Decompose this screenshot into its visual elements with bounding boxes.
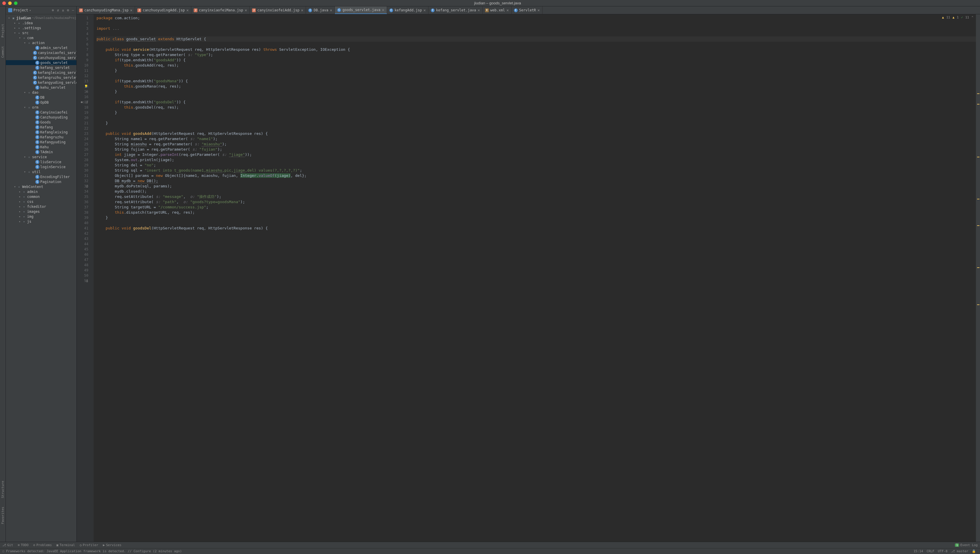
close-tab-icon[interactable]: × (330, 8, 332, 13)
close-tab-icon[interactable]: × (506, 8, 509, 13)
collapse-all-icon[interactable]: ⇊ (62, 8, 64, 12)
editor-tab[interactable]: Ckefang_servlet.java× (428, 6, 483, 14)
expand-all-icon[interactable]: ⇵ (57, 8, 59, 12)
editor-tab[interactable]: CkefangAdd.jsp× (387, 6, 428, 14)
project-tool-button[interactable]: Project (1, 24, 5, 37)
tree-item[interactable]: ▾▫orm (6, 105, 76, 110)
structure-tool-button[interactable]: Structure (1, 481, 5, 498)
tree-item[interactable]: ▾▸WebContent (6, 184, 76, 189)
tree-root[interactable]: ▾ ▣ jiudian ~/Downloads/mudaimaProj (6, 16, 76, 21)
tree-item[interactable]: Ckefang_servlet (6, 65, 76, 70)
problems-tool-button[interactable]: ⊘Problems (33, 543, 52, 547)
editor-tab[interactable]: Cgoods_servlet.java× (335, 6, 387, 14)
editor-tab[interactable]: JcanyinxiaofeiMana.jsp× (191, 6, 250, 14)
lock-icon[interactable]: 🔒 (970, 549, 978, 553)
tree-item[interactable]: Ccanyinxiaofei_servlet (6, 50, 76, 55)
tree-item[interactable]: ▸▸.idea (6, 21, 76, 26)
tree-item[interactable]: CKefangruzhu (6, 134, 76, 139)
editor-tab[interactable]: JcanzhuoyudingMana.jsp× (77, 6, 135, 14)
traffic-lights (2, 2, 18, 5)
services-tool-button[interactable]: ▶Services (103, 543, 122, 547)
close-tab-icon[interactable]: × (423, 8, 426, 13)
tree-item[interactable]: CliuService (6, 160, 76, 164)
tree-item[interactable]: ▾▫util (6, 169, 76, 174)
tree-item[interactable]: ▾▫com (6, 35, 76, 40)
tree-item[interactable]: Cadmin_servlet (6, 45, 76, 50)
tree-item[interactable]: CCanyinxiaofei (6, 110, 76, 115)
minimize-icon[interactable] (8, 2, 12, 5)
tree-item[interactable]: Ckefangyuding_servlet (6, 80, 76, 85)
close-tab-icon[interactable]: × (301, 8, 303, 13)
tab-label: canzhuoyudingMana.jsp (84, 8, 129, 12)
close-tab-icon[interactable]: × (382, 8, 384, 12)
tree-item[interactable]: ▸▸css (6, 199, 76, 204)
editor-tab[interactable]: CServletR× (512, 6, 542, 14)
tree-item[interactable]: CGoods (6, 120, 76, 125)
close-tab-icon[interactable]: × (186, 8, 189, 13)
status-icon[interactable]: ☐ (2, 549, 5, 553)
tree-item[interactable]: Ckefangruzhu_servlet (6, 75, 76, 80)
editor-tab[interactable]: Xweb.xml× (483, 6, 512, 14)
tree-item[interactable]: CloginService (6, 164, 76, 169)
git-branch[interactable]: ⎇ master (950, 549, 970, 553)
tree-item[interactable]: ▸▸common (6, 194, 76, 199)
project-tree[interactable]: ▾ ▣ jiudian ~/Downloads/mudaimaProj ▸▸.i… (6, 14, 76, 542)
tree-item[interactable]: ▸▸images (6, 209, 76, 214)
select-opened-icon[interactable]: ⊕ (52, 8, 54, 12)
tree-item[interactable]: ▸▸admin (6, 189, 76, 194)
tree-item[interactable]: Ccanzhuoyuding_servlet (6, 55, 76, 60)
tree-item[interactable]: CTAdmin (6, 149, 76, 155)
code-editor[interactable]: 1234567891011121314💡15▸1617●○ @181920212… (77, 14, 980, 542)
tree-item[interactable]: CKefang (6, 125, 76, 129)
tree-item[interactable]: ▸▸js (6, 219, 76, 224)
java-file-icon: C (390, 8, 393, 12)
commit-tool-button[interactable]: Commit (1, 46, 5, 58)
tree-item[interactable]: ▾▫service (6, 155, 76, 160)
tree-item[interactable]: ▸▸.settings (6, 26, 76, 30)
tree-item[interactable]: COpDB (6, 100, 76, 105)
tree-item[interactable]: ▾▫action (6, 40, 76, 45)
hide-icon[interactable]: — (72, 8, 74, 12)
todo-tool-button[interactable]: ≡TODO (18, 543, 29, 547)
terminal-tool-button[interactable]: ▣Terminal (57, 543, 75, 547)
services-icon: ▶ (103, 543, 105, 547)
java-file-icon: C (514, 8, 518, 12)
close-tab-icon[interactable]: × (245, 8, 247, 13)
error-stripe[interactable] (976, 14, 980, 542)
event-log-button[interactable]: 1 Event Log (955, 543, 978, 547)
tab-label: canyinxiaofeiAdd.jsp (257, 8, 299, 12)
encoding[interactable]: UTF-8 (936, 549, 950, 553)
close-tab-icon[interactable]: × (477, 8, 480, 13)
code-content[interactable]: package com.action; import ... public cl… (94, 14, 976, 542)
tree-item[interactable]: ▾▸src (6, 30, 76, 35)
editor-tab[interactable]: JcanzhuoyudingAdd.jsp× (135, 6, 191, 14)
tree-item[interactable]: Cgoods_servlet (6, 60, 76, 65)
tree-item[interactable]: Ckehu_servlet (6, 85, 76, 90)
tree-item[interactable]: ▸▸fckeditor (6, 204, 76, 209)
tree-item[interactable]: Ckefangleixing_servlet (6, 70, 76, 75)
tree-item[interactable]: CPagination (6, 179, 76, 184)
favorites-tool-button[interactable]: Favorites (1, 507, 5, 524)
tree-item[interactable]: CKefangleixing (6, 129, 76, 134)
tree-item[interactable]: ▸▸img (6, 214, 76, 219)
maximize-icon[interactable] (14, 2, 18, 5)
tree-item[interactable]: CKefangyuding (6, 139, 76, 144)
close-tab-icon[interactable]: × (538, 8, 540, 13)
settings-icon[interactable]: ⚙ (67, 8, 69, 12)
inspection-status[interactable]: ▲11 ▲1 ✓11 ⌃ ⌄ (942, 16, 978, 19)
profiler-tool-button[interactable]: ◷Profiler (80, 543, 98, 547)
close-tab-icon[interactable]: × (130, 8, 132, 13)
tree-item[interactable]: CEncodingFilter (6, 174, 76, 179)
tree-item[interactable]: CCanzhuoyuding (6, 115, 76, 120)
git-tool-button[interactable]: ⎇Git (2, 543, 13, 547)
tree-item[interactable]: CDB (6, 95, 76, 100)
tree-item[interactable]: CKehu (6, 144, 76, 149)
line-sep[interactable]: CRLF (925, 549, 936, 553)
problems-icon: ⊘ (33, 543, 35, 547)
close-icon[interactable] (2, 2, 6, 5)
editor-tab[interactable]: CDB.java× (306, 6, 335, 14)
prev-highlight-icon[interactable]: ⌃ (972, 16, 974, 19)
cursor-position[interactable]: 15:14 (912, 549, 925, 553)
editor-tab[interactable]: JcanyinxiaofeiAdd.jsp× (250, 6, 306, 14)
tree-item[interactable]: ▾▫dao (6, 90, 76, 95)
